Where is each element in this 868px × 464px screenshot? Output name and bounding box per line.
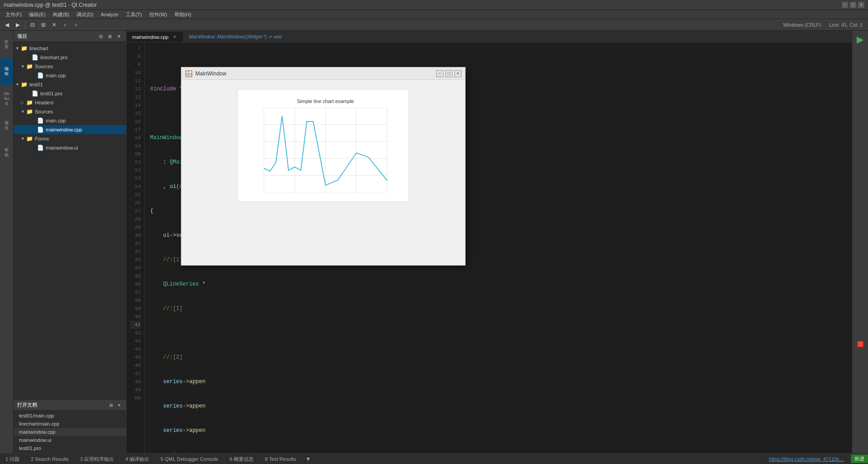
project-tree: ▼ 📁 linechart 📄 linechart.pro ▼ 📁 Source…	[14, 42, 126, 399]
doc-item-test01-pro[interactable]: test01.pro	[14, 444, 126, 452]
tree-mainwindow-ui[interactable]: 📄 mainwindow.ui	[14, 143, 126, 152]
tab-close-btn[interactable]: ✕	[171, 34, 178, 40]
menu-analyze[interactable]: Analyze	[97, 10, 122, 19]
menu-help[interactable]: 帮助(H)	[171, 10, 195, 19]
toolbar-back[interactable]: ◀	[2, 20, 12, 30]
menu-tools[interactable]: 工具(T)	[122, 10, 146, 19]
tab-bar: mainwindow.cpp ✕ MainWindow::MainWindow(…	[127, 31, 852, 42]
toolbar-split[interactable]: ⊞	[38, 20, 48, 30]
tree-forms[interactable]: ▼ 📁 Forms	[14, 134, 126, 143]
bottom-tab-search[interactable]: 2 Search Results	[25, 454, 75, 464]
tree-label: linechart.pro	[40, 55, 68, 60]
menu-edit[interactable]: 编辑(E)	[25, 10, 49, 19]
menu-debug[interactable]: 调试(D)	[73, 10, 97, 19]
cpp-icon: 📄	[37, 72, 44, 79]
tree-label: main.cpp	[46, 118, 66, 123]
toolbar-separator-1	[25, 21, 25, 29]
tree-label: Sources	[35, 109, 53, 114]
folder-icon: 📁	[26, 99, 33, 106]
tree-arrow: ▷	[21, 100, 26, 105]
pro-icon: 📄	[32, 54, 38, 61]
docs-split-btn[interactable]: ⊞	[108, 402, 114, 408]
forward-button[interactable]: 前进	[851, 455, 868, 463]
blog-link[interactable]: https://blog.csdn.net/qq_47110c...	[769, 456, 847, 462]
project-split-btn[interactable]: ⊞	[106, 33, 113, 40]
modal-window[interactable]: 🪟 MainWindow − □ × Simple line chart exa…	[181, 67, 466, 266]
sidebar-edit[interactable]: 编辑	[0, 58, 13, 85]
tree-linechart[interactable]: ▼ 📁 linechart	[14, 44, 126, 53]
title-bar: mainwindow.cpp @ test01 - Qt Creator − □…	[0, 0, 868, 10]
project-close-btn[interactable]: ✕	[115, 33, 123, 40]
bottom-tab-issues[interactable]: 1 问题	[0, 454, 25, 464]
stop-button[interactable]: ⏹	[854, 337, 867, 351]
doc-item-mainwindow-ui[interactable]: mainwindow.ui	[14, 436, 126, 444]
project-panel-header: 项目 ⊟ ⊞ ✕	[14, 31, 126, 42]
sidebar-help[interactable]: 帮助	[0, 139, 13, 166]
menu-build[interactable]: 构建(B)	[49, 10, 73, 19]
run-button[interactable]: ▶	[854, 33, 867, 46]
doc-item-linechart-main[interactable]: linechart/main.cpp	[14, 420, 126, 428]
tree-label: mainwindow.cpp	[46, 127, 82, 132]
tree-linechart-main[interactable]: 📄 main.cpp	[14, 71, 126, 80]
tree-test01[interactable]: ▼ 📁 test01	[14, 80, 126, 89]
modal-titlebar: 🪟 MainWindow − □ ×	[181, 67, 465, 80]
docs-close-btn[interactable]: ✕	[116, 402, 123, 408]
bottom-tab-build-output[interactable]: 4 编译输出	[120, 454, 155, 464]
tree-sources[interactable]: ▼ 📁 Sources	[14, 107, 126, 116]
folder-icon: 📁	[21, 45, 28, 52]
maximize-button[interactable]: □	[850, 2, 856, 8]
window-controls: − □ ×	[842, 2, 864, 8]
toolbar-next[interactable]: ›	[71, 20, 81, 30]
bottom-tab-qml-debug[interactable]: 5 QML Debugger Console	[155, 454, 224, 464]
modal-title-text: MainWindow	[195, 70, 226, 77]
open-docs-header: 打开文档 ⊞ ✕	[14, 399, 126, 411]
tree-mainwindow-cpp[interactable]: 📄 mainwindow.cpp	[14, 125, 126, 134]
tree-label: linechart	[29, 46, 48, 51]
minimize-button[interactable]: −	[842, 2, 848, 8]
menu-controls[interactable]: 控件(W)	[146, 10, 171, 19]
main-toolbar: ◀ ▶ ⊟ ⊞ ✕ ‹ › Windows (CRLF) Line: 41, C…	[0, 19, 868, 31]
bottom-tab-summary[interactable]: 6 概要信息	[224, 454, 259, 464]
toolbar-prev[interactable]: ‹	[60, 20, 70, 30]
tree-headers[interactable]: ▷ 📁 Headers	[14, 98, 126, 107]
mode-sidebar: 欢迎 编辑 Debug 项目 帮助	[0, 31, 14, 453]
doc-item-test01-main[interactable]: test01/main.cpp	[14, 412, 126, 420]
doc-item-mainwindow-cpp[interactable]: mainwindow.cpp	[14, 428, 126, 436]
project-filter-btn[interactable]: ⊟	[97, 33, 104, 40]
tree-test01-pro[interactable]: 📄 test01.pro	[14, 89, 126, 98]
bottom-tab-test[interactable]: 8 Test Results	[259, 454, 302, 464]
tree-linechart-sources[interactable]: ▼ 📁 Sources	[14, 62, 126, 71]
folder-icon: 📁	[21, 81, 28, 88]
project-panel-title: 项目	[17, 33, 27, 40]
line-numbers: 7891011 1213141516 1718192021 2223242526…	[127, 42, 145, 453]
tree-arrow: ▼	[21, 64, 26, 69]
toolbar-close[interactable]: ✕	[49, 20, 59, 30]
tree-arrow: ▼	[21, 136, 26, 141]
tree-main-cpp[interactable]: 📄 main.cpp	[14, 116, 126, 125]
tree-linechart-pro[interactable]: 📄 linechart.pro	[14, 53, 126, 62]
project-panel: 项目 ⊟ ⊞ ✕ ▼ 📁 linechart 📄 linechart.pro ▼…	[14, 31, 127, 453]
close-button[interactable]: ×	[858, 2, 864, 8]
chart-svg: 1.0 2.8 4.5 6.3 8.0 0.0 5.0 10.0 15.0 20…	[260, 108, 391, 192]
modal-minimize[interactable]: −	[436, 70, 443, 77]
position-indicator: Line: 41, Col: 1	[826, 22, 866, 28]
tab-breadcrumb-tab[interactable]: MainWindow::MainWindow(QWidget *) -> voi…	[184, 31, 288, 42]
open-docs-panel: 打开文档 ⊞ ✕ test01/main.cpp linechart/main.…	[14, 399, 126, 453]
modal-close[interactable]: ×	[454, 70, 462, 77]
sidebar-project[interactable]: 项目	[0, 112, 13, 139]
tree-arrow: ▼	[15, 82, 21, 87]
ui-icon: 📄	[37, 145, 44, 151]
toolbar-forward[interactable]: ▶	[13, 20, 23, 30]
folder-icon: 📁	[26, 136, 33, 142]
tab-mainwindow-cpp[interactable]: mainwindow.cpp ✕	[127, 31, 184, 42]
bottom-panel: 1 问题 2 Search Results 3 应用程序输出 4 编译输出 5 …	[0, 453, 868, 464]
bottom-expand-icon[interactable]: ▼	[302, 456, 315, 462]
toolbar-filter[interactable]: ⊟	[28, 20, 38, 30]
bottom-tab-app-output[interactable]: 3 应用程序输出	[75, 454, 120, 464]
encoding-dropdown[interactable]: Windows (CRLF)	[779, 22, 825, 28]
sidebar-debug[interactable]: Debug	[0, 85, 13, 112]
menu-file[interactable]: 文件(F)	[2, 10, 25, 19]
sidebar-welcome[interactable]: 欢迎	[0, 31, 13, 58]
modal-content: Simple line chart example	[181, 80, 465, 211]
modal-maximize[interactable]: □	[445, 70, 453, 77]
